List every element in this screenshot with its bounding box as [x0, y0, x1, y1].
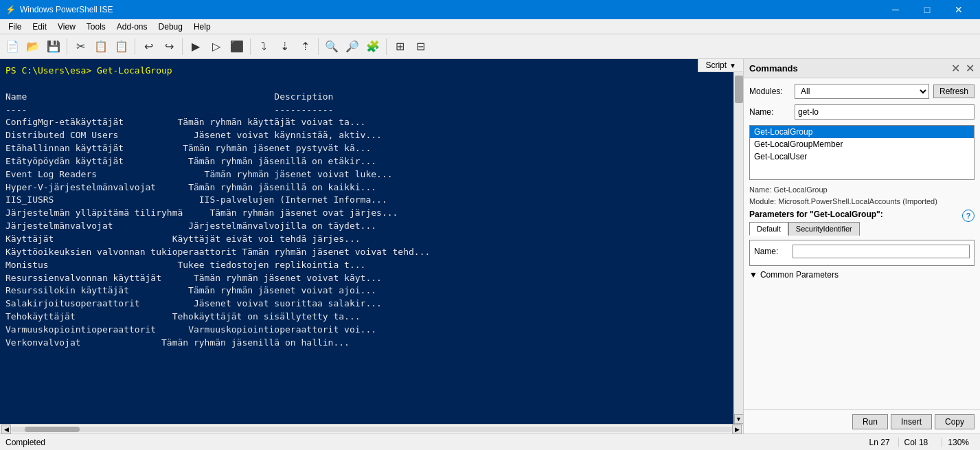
col-sep-desc: ----------- — [274, 104, 333, 115]
console-panel[interactable]: PS C:\Users\esa> Get-LocalGroup Name Des… — [0, 59, 733, 424]
row-12-desc: Tämän ryhmän jäsenet voivat käyt... — [194, 273, 382, 283]
tab-security-identifier[interactable]: SecurityIdentifier — [788, 222, 860, 236]
tb-debug-out[interactable]: ⇡ — [295, 37, 315, 56]
close-button[interactable]: ✕ — [943, 0, 975, 19]
hscroll-right-button[interactable]: ▶ — [732, 425, 742, 434]
row-17-desc: Tämän ryhmän jäsenillä on hallin... — [161, 337, 350, 348]
result-item-0[interactable]: Get-LocalGroup — [750, 126, 974, 138]
param-name-label: Name: — [754, 247, 788, 256]
tb-run-selection[interactable]: ▷ — [207, 37, 226, 56]
modules-select[interactable]: All — [795, 84, 929, 99]
tb-paste[interactable]: 📋 — [112, 37, 131, 56]
common-params-chevron-icon: ▼ — [749, 270, 757, 280]
result-item-1[interactable]: Get-LocalGroupMember — [750, 138, 974, 150]
tb-run[interactable]: ▶ — [186, 37, 205, 56]
cmd-params-area: Name: — [749, 240, 975, 266]
param-name-input[interactable] — [793, 245, 970, 258]
name-row: Name: — [749, 104, 975, 120]
console-hscroll[interactable]: ◀ ▶ — [0, 424, 743, 434]
modules-label: Modules: — [749, 87, 790, 96]
name-input[interactable] — [795, 104, 975, 120]
tb-zoom-out[interactable]: 🔍 — [322, 37, 341, 56]
tb-undo[interactable]: ↩ — [139, 37, 158, 56]
copy-button[interactable]: Copy — [935, 414, 975, 429]
zoom-indicator: 130% — [942, 438, 975, 447]
row-5-desc: Tämän ryhmän jäsenillä on kaikki... — [188, 182, 376, 192]
status-bar: Completed Ln 27 Col 18 130% — [0, 434, 980, 450]
tb-zoom-in[interactable]: 🔎 — [343, 37, 362, 56]
vscroll-down-button[interactable]: ▼ — [734, 414, 744, 424]
row-4-desc: Tämän ryhmän jäsenet voivat luke... — [205, 169, 393, 179]
commands-header: Commands ✕ ✕ — [744, 59, 980, 78]
params-for-text: Parameters for "Get-LocalGroup": — [749, 210, 883, 219]
commands-title: Commands — [749, 63, 798, 74]
row-3-name: Etätyöpöydän käyttäjät — [5, 156, 124, 166]
row-13-name: Resurssilokin käyttäjät — [5, 285, 129, 295]
menu-help[interactable]: Help — [188, 21, 216, 33]
vscroll-thumb[interactable] — [735, 76, 743, 103]
menu-debug[interactable]: Debug — [153, 21, 188, 33]
tb-show-snippets[interactable]: ⊟ — [411, 37, 430, 56]
insert-button[interactable]: Insert — [891, 414, 932, 429]
cmd-tabs: Default SecurityIdentifier — [749, 222, 975, 236]
common-params-row[interactable]: ▼ Common Parameters — [749, 270, 975, 280]
tb-debug-into[interactable]: ⇣ — [275, 37, 294, 56]
tab-default[interactable]: Default — [749, 222, 788, 236]
row-10-name: Käyttöoikeuksien valvonnan tukioperaatto… — [5, 247, 237, 257]
row-11-desc: Tukee tiedostojen replikointia t... — [177, 260, 365, 270]
row-5-name: Hyper-V-järjestelmänvalvojat — [5, 182, 156, 192]
row-15-name: Tehokäyttäjät — [5, 311, 76, 322]
cmd-results-list[interactable]: Get-LocalGroup Get-LocalGroupMember Get-… — [749, 125, 975, 180]
col-sep-name: ---- — [5, 104, 27, 115]
help-icon[interactable]: ? — [962, 210, 975, 222]
commands-close-button[interactable]: ✕ — [951, 62, 960, 75]
row-0-name: ConfigMgr-etäkäyttäjät — [5, 117, 124, 127]
toolbar: 📄 📂 💾 ✂ 📋 📋 ↩ ↪ ▶ ▷ ⬛ ⤵ ⇣ ⇡ 🔍 🔎 🧩 ⊞ ⊟ — [0, 34, 980, 59]
col-header-name: Name — [5, 91, 27, 102]
title-bar-left: ⚡ Windows PowerShell ISE — [5, 5, 113, 14]
tb-open[interactable]: 📂 — [23, 37, 43, 56]
hscroll-thumb[interactable] — [25, 427, 80, 432]
tb-sep-6 — [386, 38, 387, 55]
tb-show-commands[interactable]: ⊞ — [390, 37, 409, 56]
tb-stop[interactable]: ⬛ — [227, 37, 247, 56]
refresh-button[interactable]: Refresh — [933, 85, 975, 98]
run-button[interactable]: Run — [852, 414, 888, 429]
ps-prompt: PS C:\Users\esa> Get-LocalGroup — [5, 65, 172, 76]
menu-file[interactable]: File — [3, 21, 27, 33]
row-14-desc: Jäsenet voivat suorittaa salakir... — [194, 298, 382, 308]
minimize-button[interactable]: ─ — [880, 0, 911, 19]
menu-view[interactable]: View — [52, 21, 81, 33]
tb-show-addons[interactable]: 🧩 — [363, 37, 383, 56]
tb-cut[interactable]: ✂ — [71, 37, 90, 56]
hscroll-left-button[interactable]: ◀ — [1, 425, 11, 434]
tb-redo[interactable]: ↪ — [159, 37, 179, 56]
console-vscroll[interactable]: ▲ ▼ — [733, 59, 743, 424]
tb-sep-1 — [67, 38, 67, 55]
tb-debug-step[interactable]: ⤵ — [254, 37, 273, 56]
status-text: Completed — [5, 438, 45, 447]
tb-save[interactable]: 💾 — [44, 37, 63, 56]
row-14-name: Salakirjoitusoperaattorit — [5, 298, 140, 308]
tb-new[interactable]: 📄 — [3, 37, 22, 56]
row-7-desc: Tämän ryhmän jäsenet ovat järjes... — [209, 207, 398, 218]
row-16-desc: Varmuuskopiointioperaattorit voi... — [188, 324, 376, 335]
menu-tools[interactable]: Tools — [81, 21, 111, 33]
result-item-2[interactable]: Get-LocalUser — [750, 150, 974, 163]
row-2-desc: Tämän ryhmän jäsenet pystyvät kä... — [183, 143, 371, 153]
script-toggle-bar[interactable]: Script ▼ — [698, 59, 743, 72]
maximize-button[interactable]: □ — [911, 0, 943, 19]
commands-panel-close-button[interactable]: ✕ — [966, 62, 975, 75]
row-15-desc: Tehokäyttäjät on sisällytetty ta... — [172, 311, 361, 322]
hscroll-track — [11, 427, 732, 432]
row-1-name: Distributed COM Users — [5, 130, 118, 140]
menu-edit[interactable]: Edit — [27, 21, 52, 33]
row-6-name: IIS_IUSRS — [5, 194, 54, 205]
tb-copy-clip[interactable]: 📋 — [91, 37, 111, 56]
row-9-name: Käyttäjät — [5, 234, 54, 244]
menu-addons[interactable]: Add-ons — [111, 21, 153, 33]
tb-sep-2 — [135, 38, 135, 55]
row-11-name: Monistus — [5, 260, 49, 270]
title-bar: ⚡ Windows PowerShell ISE ─ □ ✕ — [0, 0, 980, 19]
cmd-params-label: Parameters for "Get-LocalGroup": ? — [749, 210, 975, 219]
